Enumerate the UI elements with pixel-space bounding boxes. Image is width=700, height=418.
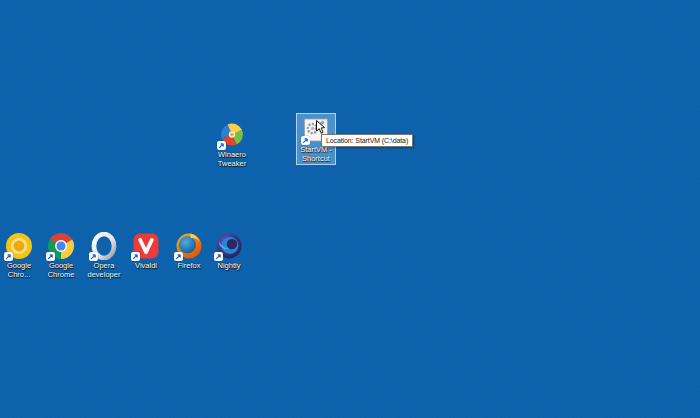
- desktop-icon-winaero-tweaker[interactable]: Winaero Tweaker: [200, 118, 264, 170]
- vivaldi-icon: [132, 232, 160, 260]
- desktop-icon-label: Google Chrome: [48, 262, 75, 279]
- label-line2: Tweaker: [218, 160, 246, 169]
- shortcut-arrow-overlay-icon: [214, 252, 223, 261]
- chrome-icon: [47, 232, 75, 260]
- desktop-icon-nightly[interactable]: Nightly: [197, 229, 261, 273]
- shortcut-arrow-overlay-icon: [89, 252, 98, 261]
- desktop-icon-label: Winaero Tweaker: [218, 151, 246, 168]
- shortcut-arrow-overlay-icon: [4, 252, 13, 261]
- shortcut-arrow-overlay-icon: [174, 252, 183, 261]
- desktop-icon-label: Nightly: [218, 262, 241, 271]
- nightly-icon: [215, 232, 243, 260]
- shortcut-arrow-overlay-icon: [131, 252, 140, 261]
- shortcut-arrow-overlay-icon: [217, 141, 226, 150]
- label-line2: Shortcut: [300, 155, 332, 164]
- shortcut-arrow-overlay-icon: [46, 252, 55, 261]
- label-line2: Chro...: [7, 271, 31, 280]
- shortcut-arrow-overlay-icon: [301, 136, 310, 145]
- desktop-icon-label: StartVM - Shortcut: [300, 146, 332, 163]
- mouse-cursor-icon: [316, 120, 326, 135]
- desktop-icon-label: Vivaldi: [135, 262, 157, 271]
- tooltip: Location: StartVM (C:\data): [321, 134, 413, 147]
- winaero-tweaker-icon: [218, 121, 246, 149]
- label-line2: Chrome: [48, 271, 75, 280]
- label-line1: Nightly: [218, 262, 241, 271]
- label-line1: Vivaldi: [135, 262, 157, 271]
- desktop[interactable]: Winaero Tweaker StartVM -: [0, 0, 700, 418]
- desktop-icon-label: Google Chro...: [7, 262, 31, 279]
